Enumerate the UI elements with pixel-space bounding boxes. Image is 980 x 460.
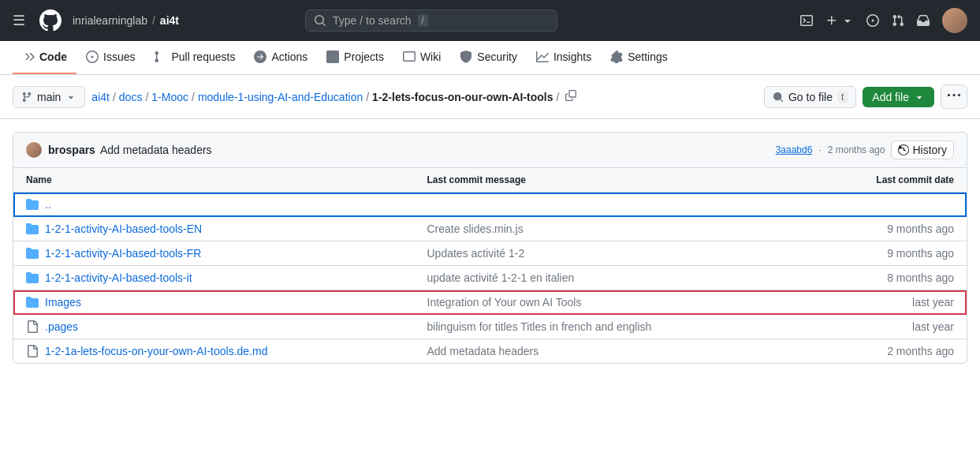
branch-selector[interactable]: main (13, 86, 85, 108)
wiki-nav-icon (403, 50, 415, 63)
nav-code[interactable]: Code (13, 41, 76, 74)
pr-nav-icon (154, 50, 166, 63)
terminal-icon[interactable] (800, 14, 813, 27)
file-link-images[interactable]: Images (26, 296, 427, 309)
row-md-msg: Add metadata headers (427, 345, 829, 357)
breadcrumb-docs[interactable]: docs (119, 91, 143, 103)
search-box[interactable]: Type / to search / (305, 9, 557, 32)
history-label: History (912, 144, 947, 156)
breadcrumb-1mooc[interactable]: 1-Mooc (151, 91, 188, 103)
header-breadcrumb: inrialearninglab / ai4t (73, 14, 179, 27)
go-to-file-button[interactable]: Go to file t (764, 86, 856, 108)
parent-dir-name: .. (45, 198, 51, 211)
row-md-date: 2 months ago (828, 345, 954, 357)
table-row: .pages bilinguism for titles Titles in f… (13, 315, 967, 339)
commit-author-avatar (26, 142, 42, 158)
file-link-md[interactable]: 1-2-1a-lets-focus-on-your-own-AI-tools.d… (26, 345, 427, 357)
folder-icon-images (26, 296, 39, 309)
commit-hash[interactable]: 3aaabd6 (776, 144, 813, 155)
table-row: .. (13, 193, 967, 217)
folder-icon-1 (26, 247, 39, 260)
nav-wiki[interactable]: Wiki (393, 41, 450, 74)
row-images-date: last year (828, 296, 954, 309)
table-row: 1-2-1-activity-AI-based-tools-it update … (13, 266, 967, 290)
folder-icon-0 (26, 223, 39, 235)
inbox-icon[interactable] (917, 14, 930, 27)
avatar[interactable] (942, 8, 967, 33)
file-icon-pages (26, 320, 39, 333)
add-file-button[interactable]: Add file (863, 87, 934, 107)
row-images-name: Images (45, 296, 81, 309)
folder-icon-2 (26, 271, 39, 284)
file-link-0[interactable]: 1-2-1-activity-AI-based-tools-EN (26, 223, 427, 235)
search-kbd: / (418, 14, 428, 27)
commit-author[interactable]: brospars (48, 144, 95, 156)
github-logo[interactable] (38, 8, 63, 33)
header-actions (800, 8, 967, 33)
folder-icon-parent (26, 198, 39, 211)
nav-issues[interactable]: Issues (76, 41, 144, 74)
nav-settings[interactable]: Settings (601, 41, 677, 74)
branch-chevron-icon (65, 92, 76, 103)
ellipsis-icon (948, 89, 960, 102)
row-2-date: 8 months ago (828, 271, 954, 284)
repo-link[interactable]: ai4t (160, 14, 179, 27)
issues-icon[interactable] (866, 14, 879, 27)
table-row: 1-2-1-activity-AI-based-tools-FR Updates… (13, 241, 967, 266)
commit-message: Add metadata headers (100, 144, 212, 156)
nav-insights[interactable]: Insights (527, 41, 601, 74)
row-2-name: 1-2-1-activity-AI-based-tools-it (45, 271, 192, 284)
breadcrumb-module[interactable]: module-1-using-AI-and-Education (198, 91, 363, 103)
settings-nav-icon (610, 50, 623, 63)
nav-pullrequests[interactable]: Pull requests (144, 41, 244, 74)
row-0-msg: Create slides.min.js (427, 223, 829, 235)
history-button[interactable]: History (891, 140, 954, 159)
file-link-1[interactable]: 1-2-1-activity-AI-based-tools-FR (26, 247, 427, 260)
branch-bar-right: Go to file t Add file (764, 84, 967, 109)
branch-bar: main ai4t / docs / 1-Mooc / module-1-usi… (0, 75, 980, 119)
create-new-btn[interactable] (825, 14, 854, 27)
table-row-images: Images Integration of Your own AI Tools … (13, 290, 967, 315)
file-table-header: Name Last commit message Last commit dat… (13, 168, 967, 193)
pullrequest-icon[interactable] (892, 14, 904, 27)
row-pages-msg: bilinguism for titles Titles in french a… (427, 320, 829, 333)
go-to-file-kbd: t (837, 91, 848, 103)
search-placeholder: Type / to search (333, 14, 412, 27)
issues-nav-icon (86, 50, 99, 63)
repo-nav: Code Issues Pull requests Actions Projec… (0, 41, 980, 75)
add-file-label: Add file (872, 91, 909, 103)
actions-nav-icon (254, 50, 266, 63)
file-icon-md (26, 345, 39, 357)
table-row: 1-2-1a-lets-focus-on-your-own-AI-tools.d… (13, 339, 967, 363)
security-nav-icon (460, 50, 472, 63)
file-link-parent[interactable]: .. (26, 198, 427, 211)
commit-meta: 3aaabd6 · 2 months ago History (776, 140, 954, 159)
code-icon (22, 50, 35, 63)
hamburger-icon[interactable]: ☰ (13, 12, 25, 29)
file-link-pages[interactable]: .pages (26, 320, 427, 333)
row-1-date: 9 months ago (828, 247, 954, 260)
branch-icon (21, 92, 32, 103)
chevron-down-icon (841, 14, 854, 27)
breadcrumb-current: 1-2-lets-focus-on-our-own-AI-tools (372, 91, 553, 103)
nav-security[interactable]: Security (450, 41, 527, 74)
plus-icon (825, 14, 838, 27)
search-icon (314, 14, 326, 27)
col-date-header: Last commit date (828, 174, 954, 185)
breadcrumb-ai4t[interactable]: ai4t (91, 91, 110, 103)
nav-actions[interactable]: Actions (244, 41, 317, 74)
row-2-msg: update activité 1-2-1 en italien (427, 271, 829, 284)
insights-nav-icon (536, 50, 549, 63)
row-images-msg: Integration of Your own AI Tools (427, 296, 829, 309)
org-link[interactable]: inrialearninglab (73, 14, 147, 27)
col-name-header: Name (26, 174, 427, 185)
row-pages-date: last year (828, 320, 954, 333)
copy-path-button[interactable] (562, 87, 579, 107)
file-link-2[interactable]: 1-2-1-activity-AI-based-tools-it (26, 271, 427, 284)
more-options-button[interactable] (941, 84, 967, 109)
nav-projects[interactable]: Projects (317, 41, 393, 74)
row-1-msg: Updates activité 1-2 (427, 247, 829, 260)
commit-bar: brospars Add metadata headers 3aaabd6 · … (13, 132, 967, 168)
commit-dot: · (818, 144, 821, 155)
add-file-chevron-icon (914, 92, 925, 103)
